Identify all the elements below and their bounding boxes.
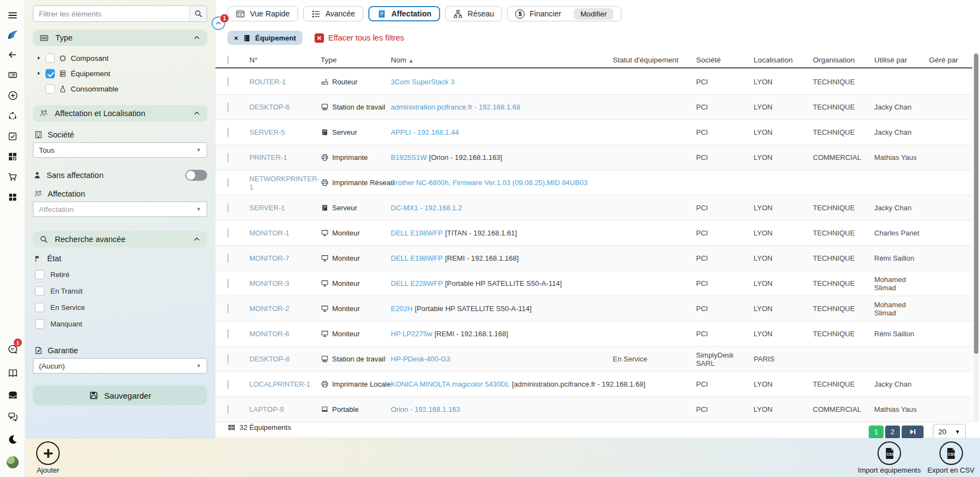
rail-dark-mode-button[interactable] <box>0 429 25 449</box>
tree-item-équipement[interactable]: Équipement <box>36 66 206 81</box>
rail-user-avatar-button[interactable] <box>0 452 25 472</box>
filter-search-button[interactable] <box>189 6 207 21</box>
rail-forum-button[interactable] <box>0 406 25 426</box>
cell-id[interactable]: SERVER-1 <box>249 204 321 212</box>
tab-avancée[interactable]: Avancée <box>303 6 363 21</box>
rail-cart-button[interactable] <box>0 167 25 187</box>
clear-all-filters-button[interactable]: Effacer tous les filtres <box>315 33 404 43</box>
table-row-printer-1[interactable]: PRINTER-1ImprimanteB1925S1W[Orion - 192.… <box>215 145 972 170</box>
tab-financier[interactable]: $FinancierModifier <box>507 6 622 21</box>
column-header-organisation[interactable]: Organisation <box>813 56 874 64</box>
tab-affectation[interactable]: Affectation <box>368 6 440 21</box>
equipment-name-link[interactable]: KONICA MINOLTA magicolor 5430DL <box>391 380 510 388</box>
equipment-name-link[interactable]: DC-MX1 - 192.168.1.2 <box>391 204 462 212</box>
cell-id[interactable]: MONITOR-3 <box>249 279 321 288</box>
cell-id[interactable]: DESKTOP-8 <box>249 355 321 363</box>
equipment-name-link[interactable]: HP-PDesk-400-G3 <box>391 355 450 363</box>
row-checkbox[interactable] <box>227 203 229 212</box>
column-header-utilis-par[interactable]: Utilisé par <box>874 56 929 64</box>
export-csv-button[interactable]: CSV Export en CSV <box>927 441 975 474</box>
cell-id[interactable]: DESKTOP-6 <box>249 103 321 111</box>
table-row-monitor-3[interactable]: MONITOR-3MoniteurDELL E228WFP[Portable H… <box>215 271 972 296</box>
column-header-g-r-par[interactable]: Géré par <box>929 56 972 64</box>
row-checkbox[interactable] <box>227 178 229 187</box>
page-button-2[interactable]: 2 <box>885 426 900 439</box>
rail-tickets-button[interactable] <box>0 65 25 85</box>
cell-id[interactable]: NETWORKPRINTER-1 <box>249 175 321 191</box>
equipment-name-link[interactable]: DELL E198WFP <box>391 229 443 237</box>
composant-checkbox[interactable] <box>45 54 55 63</box>
company-select[interactable]: Tous ▼ <box>33 142 207 158</box>
no-assignment-toggle[interactable] <box>185 170 207 181</box>
row-checkbox[interactable] <box>227 304 229 313</box>
section-advanced-search[interactable]: Recherche avancée <box>33 231 207 248</box>
table-row-desktop-6[interactable]: DESKTOP-6Station de travailadministratio… <box>215 95 972 120</box>
assignment-select[interactable]: Affectation ▼ <box>33 202 207 217</box>
rail-apps-button[interactable] <box>0 187 25 207</box>
column-header-type[interactable]: Type <box>321 56 391 64</box>
table-row-monitor-6[interactable]: MONITOR-6MoniteurHP LP2275w[REMI - 192.1… <box>215 321 972 347</box>
table-row-router-1[interactable]: ROUTER-1Routeur3Com SuperStack 3PCILYONT… <box>215 70 972 95</box>
tree-item-consommable[interactable]: Consommable <box>36 81 206 96</box>
page-size-select[interactable]: 20 ▼ <box>933 424 966 440</box>
expand-arrow-icon[interactable] <box>36 55 42 61</box>
cell-id[interactable]: SERVER-5 <box>249 128 321 136</box>
equipment-name-link[interactable]: Brother NC-6800h, Firmware Ver.1.03 (09.… <box>391 179 588 187</box>
rail-back-button[interactable] <box>0 45 25 65</box>
row-checkbox[interactable] <box>227 279 229 288</box>
equipment-name-link[interactable]: 3Com SuperStack 3 <box>391 78 454 86</box>
column-header-soci-t-[interactable]: Société <box>696 56 754 64</box>
equipment-name-link[interactable]: Orion - 192.168.1.163 <box>391 405 460 413</box>
equipment-name-link[interactable]: B1925S1W <box>391 153 427 162</box>
consommable-checkbox[interactable] <box>45 84 55 94</box>
rail-add-button[interactable] <box>0 85 25 105</box>
equipment-name-link[interactable]: administration.pcifrance.fr - 192.168.1.… <box>391 103 520 111</box>
rail-inbox-button[interactable] <box>0 385 25 405</box>
column-header-nom[interactable]: Nom▲ <box>391 56 613 64</box>
save-button[interactable]: Sauvegarder <box>33 386 207 405</box>
table-row-server-1[interactable]: SERVER-1ServeurDC-MX1 - 192.168.1.2PCILY… <box>215 196 972 221</box>
table-row-monitor-1[interactable]: MONITOR-1MoniteurDELL E198WFP[TITAN - 19… <box>215 221 972 246</box>
warranty-select[interactable]: (Aucun) ▼ <box>33 358 207 373</box>
table-row-monitor-7[interactable]: MONITOR-7MoniteurDELL E198WFP[REMI - 192… <box>215 246 972 271</box>
row-checkbox[interactable] <box>227 128 229 137</box>
table-row-networkprinter-1[interactable]: NETWORKPRINTER-1Imprimante RéseauBrother… <box>215 170 972 196</box>
table-row-laptop-9[interactable]: LAPTOP-9PortableOrion - 192.168.1.163PCI… <box>215 397 972 422</box>
rail-menu-button[interactable] <box>0 5 25 25</box>
equipment-name-link[interactable]: HP LP2275w <box>391 330 432 338</box>
import-equipment-button[interactable]: CSV Import équipements <box>858 441 921 474</box>
equipment-name-link[interactable]: E202H <box>391 304 413 313</box>
state-checkbox[interactable] <box>35 286 44 296</box>
rail-tasks-button[interactable] <box>0 127 25 146</box>
row-checkbox[interactable] <box>227 405 229 414</box>
table-row-server-5[interactable]: SERVER-5ServeurAPPLI - 192.168.1.44PCILY… <box>215 120 972 145</box>
row-checkbox[interactable] <box>227 254 229 263</box>
row-checkbox[interactable] <box>227 77 229 87</box>
row-checkbox[interactable] <box>227 380 229 389</box>
cell-id[interactable]: PRINTER-1 <box>249 153 321 162</box>
tab-vue-rapide[interactable]: Vue Rapide <box>227 6 298 21</box>
tab-réseau[interactable]: Réseau <box>445 6 502 21</box>
add-button[interactable]: Ajouter <box>36 441 60 474</box>
table-row-monitor-2[interactable]: MONITOR-2MoniteurE202H[Portable HP SATEL… <box>215 296 972 321</box>
rail-sync-button[interactable] <box>0 106 25 126</box>
table-row-localprinter-1[interactable]: LOCALPRINTER-1Imprimante LocaleKONICA MI… <box>215 372 972 397</box>
state-checkbox[interactable] <box>35 319 44 329</box>
modifier-button[interactable]: Modifier <box>574 8 613 20</box>
column-header-n-[interactable]: N° <box>249 56 321 64</box>
cell-id[interactable]: LAPTOP-9 <box>249 405 321 413</box>
last-page-button[interactable] <box>902 426 924 439</box>
page-button-1[interactable]: 1 <box>869 426 884 439</box>
row-checkbox[interactable] <box>227 329 229 338</box>
row-checkbox[interactable] <box>227 102 229 112</box>
table-row-desktop-8[interactable]: DESKTOP-8Station de travailHP-PDesk-400-… <box>215 347 972 372</box>
chip-close-icon[interactable]: × <box>234 34 238 42</box>
state-checkbox[interactable] <box>35 270 44 279</box>
column-header-statut-d-quipement[interactable]: Statut d'équipement <box>613 56 696 64</box>
column-header-localisation[interactable]: Localisation <box>754 56 813 64</box>
cell-id[interactable]: ROUTER-1 <box>249 78 321 86</box>
cell-id[interactable]: MONITOR-1 <box>249 229 321 237</box>
row-checkbox[interactable] <box>227 354 229 364</box>
filter-chip-equipement[interactable]: × Équipement <box>227 31 303 45</box>
tree-item-composant[interactable]: Composant <box>36 50 206 66</box>
